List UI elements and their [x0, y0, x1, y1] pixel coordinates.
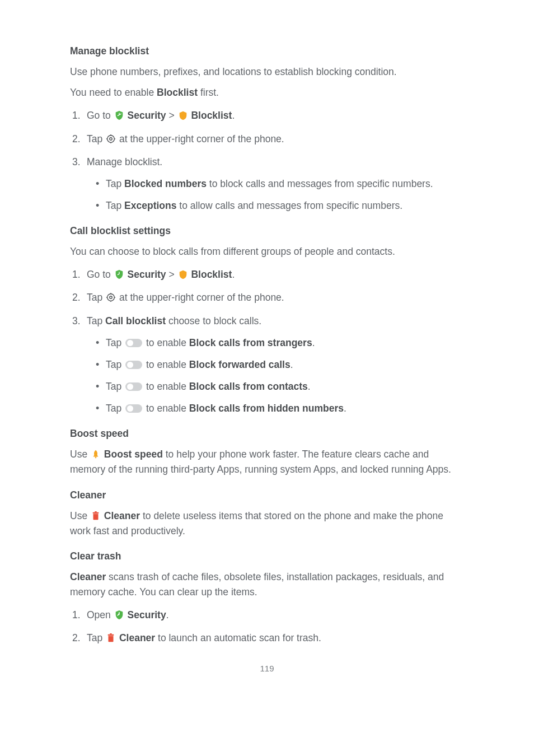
cleaner-trash-icon — [91, 511, 101, 521]
text-boost-speed: Use Boost speed to help your phone work … — [70, 447, 464, 477]
boost-speed-icon — [91, 449, 101, 459]
settings-gear-icon — [106, 292, 116, 302]
heading-manage-blocklist: Manage blocklist — [70, 44, 464, 59]
heading-boost-speed: Boost speed — [70, 426, 464, 441]
list-clear-trash-steps: Open Security. Tap Cleaner to launch an … — [70, 608, 464, 646]
svg-point-6 — [107, 294, 115, 301]
svg-rect-23 — [109, 636, 114, 642]
svg-point-17 — [127, 384, 133, 390]
step-2: Tap at the upper-right corner of the pho… — [70, 132, 464, 147]
list-call-steps: Go to Security > Blocklist. Tap at the u… — [70, 267, 464, 416]
step-1: Go to Security > Blocklist. — [70, 108, 464, 123]
security-icon — [114, 110, 124, 120]
sub-exceptions: Tap Exceptions to allow calls and messag… — [106, 198, 464, 213]
step-3: Manage blocklist. Tap Blocked numbers to… — [70, 155, 464, 213]
text-manage-note: You need to enable Blocklist first. — [70, 85, 464, 100]
text-call-intro: You can choose to block calls from diffe… — [70, 244, 464, 259]
toggle-icon — [125, 338, 142, 348]
svg-rect-20 — [93, 514, 98, 520]
toggle-contacts: Tap to enable Block calls from contacts. — [106, 379, 464, 394]
svg-point-7 — [110, 296, 113, 299]
toggle-icon — [125, 404, 142, 413]
list-manage-steps: Go to Security > Blocklist. Tap at the u… — [70, 108, 464, 213]
svg-point-15 — [127, 362, 133, 368]
toggle-strangers: Tap to enable Block calls from strangers… — [106, 335, 464, 351]
svg-rect-25 — [110, 633, 112, 634]
step-1: Open Security. — [70, 608, 464, 623]
step-2: Tap Cleaner to launch an automatic scan … — [70, 631, 464, 646]
text-cleaner: Use Cleaner to delete useless items that… — [70, 508, 464, 539]
svg-point-19 — [127, 405, 133, 412]
text-clear-trash: Cleaner scans trash of cache files, obso… — [70, 570, 464, 600]
svg-rect-22 — [95, 511, 97, 512]
settings-gear-icon — [106, 134, 116, 144]
step-1: Go to Security > Blocklist. — [70, 267, 464, 282]
toggle-icon — [125, 360, 142, 370]
step-2: Tap at the upper-right corner of the pho… — [70, 290, 464, 305]
blocklist-icon — [178, 110, 188, 120]
security-icon — [114, 610, 124, 620]
security-icon — [114, 269, 124, 279]
toggle-hidden: Tap to enable Block calls from hidden nu… — [106, 401, 464, 416]
heading-clear-trash: Clear trash — [70, 549, 464, 564]
toggle-forwarded: Tap to enable Block forwarded calls. — [106, 357, 464, 372]
text-manage-intro: Use phone numbers, prefixes, and locatio… — [70, 64, 464, 80]
toggle-icon — [125, 382, 142, 391]
step-3: Tap Call blocklist choose to block calls… — [70, 314, 464, 417]
heading-call-blocklist: Call blocklist settings — [70, 223, 464, 239]
list-call-toggles: Tap to enable Block calls from strangers… — [87, 335, 464, 417]
svg-point-0 — [107, 135, 115, 142]
sub-blocked-numbers: Tap Blocked numbers to block calls and m… — [106, 176, 464, 192]
svg-rect-24 — [108, 634, 114, 636]
page-number: 119 — [70, 662, 464, 675]
svg-point-1 — [110, 137, 113, 140]
svg-point-13 — [127, 340, 133, 346]
list-manage-sub: Tap Blocked numbers to block calls and m… — [87, 176, 464, 213]
svg-rect-21 — [93, 512, 99, 513]
blocklist-icon — [178, 269, 188, 279]
cleaner-trash-icon — [106, 633, 116, 643]
heading-cleaner: Cleaner — [70, 488, 464, 503]
